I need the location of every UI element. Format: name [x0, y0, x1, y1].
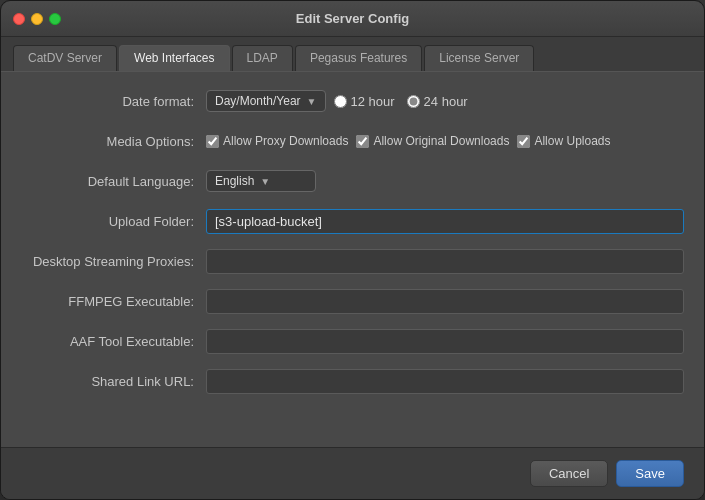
- minimize-button[interactable]: [31, 13, 43, 25]
- hour-24-radio-label[interactable]: 24 hour: [407, 94, 468, 109]
- tabs-bar: CatDV Server Web Interfaces LDAP Pegasus…: [1, 37, 704, 71]
- language-dropdown-arrow: ▼: [260, 176, 270, 187]
- default-language-dropdown[interactable]: English ▼: [206, 170, 316, 192]
- hour-24-radio[interactable]: [407, 95, 420, 108]
- desktop-streaming-row: Desktop Streaming Proxies:: [21, 248, 684, 274]
- allow-original-checkbox[interactable]: [356, 135, 369, 148]
- allow-proxy-checkbox[interactable]: [206, 135, 219, 148]
- date-format-row: Date format: Day/Month/Year ▼ 12 hour 24…: [21, 88, 684, 114]
- media-options-label: Media Options:: [21, 134, 206, 149]
- tab-web-interfaces[interactable]: Web Interfaces: [119, 45, 229, 71]
- close-button[interactable]: [13, 13, 25, 25]
- shared-link-controls: [206, 369, 684, 394]
- aaf-controls: [206, 329, 684, 354]
- date-format-dropdown[interactable]: Day/Month/Year ▼: [206, 90, 326, 112]
- upload-folder-row: Upload Folder:: [21, 208, 684, 234]
- ffmpeg-label: FFMPEG Executable:: [21, 294, 206, 309]
- default-language-label: Default Language:: [21, 174, 206, 189]
- save-button[interactable]: Save: [616, 460, 684, 487]
- aaf-label: AAF Tool Executable:: [21, 334, 206, 349]
- date-format-label: Date format:: [21, 94, 206, 109]
- hour-format-radio-group: 12 hour 24 hour: [334, 94, 468, 109]
- upload-folder-controls: [206, 209, 684, 234]
- media-options-row: Media Options: Allow Proxy Downloads All…: [21, 128, 684, 154]
- window-title: Edit Server Config: [296, 11, 409, 26]
- date-format-dropdown-arrow: ▼: [307, 96, 317, 107]
- shared-link-input[interactable]: [206, 369, 684, 394]
- date-format-controls: Day/Month/Year ▼ 12 hour 24 hour: [206, 90, 684, 112]
- traffic-lights: [13, 13, 61, 25]
- tab-license-server[interactable]: License Server: [424, 45, 534, 71]
- tab-pegasus-features[interactable]: Pegasus Features: [295, 45, 422, 71]
- allow-uploads-checkbox[interactable]: [517, 135, 530, 148]
- aaf-input[interactable]: [206, 329, 684, 354]
- window: Edit Server Config CatDV Server Web Inte…: [0, 0, 705, 500]
- default-language-row: Default Language: English ▼: [21, 168, 684, 194]
- aaf-row: AAF Tool Executable:: [21, 328, 684, 354]
- hour-12-radio-label[interactable]: 12 hour: [334, 94, 395, 109]
- ffmpeg-controls: [206, 289, 684, 314]
- upload-folder-input[interactable]: [206, 209, 684, 234]
- footer: Cancel Save: [1, 447, 704, 499]
- titlebar: Edit Server Config: [1, 1, 704, 37]
- allow-original-checkbox-label[interactable]: Allow Original Downloads: [356, 134, 509, 148]
- tab-catdv-server[interactable]: CatDV Server: [13, 45, 117, 71]
- default-language-controls: English ▼: [206, 170, 684, 192]
- upload-folder-label: Upload Folder:: [21, 214, 206, 229]
- tab-ldap[interactable]: LDAP: [232, 45, 293, 71]
- desktop-streaming-controls: [206, 249, 684, 274]
- allow-proxy-checkbox-label[interactable]: Allow Proxy Downloads: [206, 134, 348, 148]
- content-panel: Date format: Day/Month/Year ▼ 12 hour 24…: [1, 71, 704, 447]
- shared-link-row: Shared Link URL:: [21, 368, 684, 394]
- ffmpeg-input[interactable]: [206, 289, 684, 314]
- ffmpeg-row: FFMPEG Executable:: [21, 288, 684, 314]
- allow-uploads-checkbox-label[interactable]: Allow Uploads: [517, 134, 610, 148]
- hour-12-radio[interactable]: [334, 95, 347, 108]
- cancel-button[interactable]: Cancel: [530, 460, 608, 487]
- maximize-button[interactable]: [49, 13, 61, 25]
- media-options-controls: Allow Proxy Downloads Allow Original Dow…: [206, 134, 684, 148]
- shared-link-label: Shared Link URL:: [21, 374, 206, 389]
- desktop-streaming-label: Desktop Streaming Proxies:: [21, 254, 206, 269]
- desktop-streaming-input[interactable]: [206, 249, 684, 274]
